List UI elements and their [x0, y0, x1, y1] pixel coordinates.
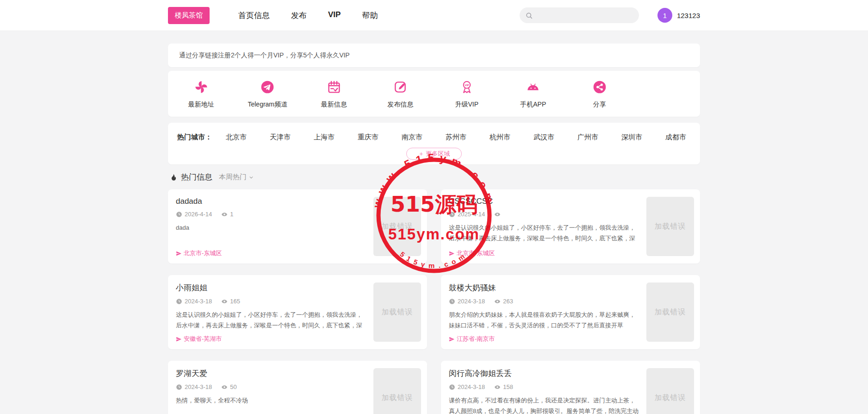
- site-logo[interactable]: 楼凤茶馆: [168, 7, 210, 24]
- quick-link-upgrade-vip[interactable]: VIP 升级VIP: [434, 80, 500, 109]
- telegram-icon: [260, 80, 275, 94]
- city-link[interactable]: 杭州市: [490, 133, 510, 142]
- vip-medal-icon: VIP: [459, 80, 474, 94]
- listing-grid: dadada 2026-4-14 1 dada 北京市-东城区 加载错误 CSC…: [168, 189, 700, 414]
- search-bar[interactable]: [520, 7, 639, 23]
- eye-icon: [494, 211, 501, 218]
- listing-card[interactable]: 罗湖天爱 2024-3-18 50 热情，爱聊天，全程不冷场 广东省-深圳市 加…: [168, 361, 427, 414]
- chevron-down-icon: [248, 174, 254, 181]
- paper-plane-icon: [449, 251, 455, 257]
- listing-excerpt: 朋友介绍的大奶妹妹，本人就是很喜欢奶子大屁股大的，草起来贼爽，妹妹口活不错，不催…: [449, 309, 639, 331]
- more-regions-button[interactable]: ＋ 更多区域: [406, 148, 462, 160]
- clock-icon: [449, 211, 455, 218]
- flame-icon: [169, 173, 177, 182]
- search-icon: [525, 12, 533, 19]
- edit-icon: [393, 80, 408, 94]
- quick-link-label: 升级VIP: [455, 100, 478, 109]
- paper-plane-icon: [449, 336, 455, 342]
- listing-thumbnail-error: 加载错误: [646, 197, 694, 256]
- listing-title: 闵行高冷御姐丢丢: [449, 368, 639, 379]
- nav-publish[interactable]: 发布: [291, 10, 307, 21]
- listing-thumbnail-error: 加载错误: [373, 368, 421, 414]
- filter-label: 本周热门: [219, 173, 247, 182]
- city-link[interactable]: 苏州市: [446, 133, 466, 142]
- listing-views: 1: [230, 211, 233, 218]
- listing-card[interactable]: dadada 2026-4-14 1 dada 北京市-东城区 加载错误: [168, 189, 427, 263]
- quick-link-latest-info[interactable]: 最新信息: [301, 80, 367, 109]
- quick-link-mobile-app[interactable]: 手机APP: [500, 80, 567, 109]
- quick-link-label: 手机APP: [520, 100, 546, 109]
- listing-excerpt: 课价有点高，不过看在有缘的份上，我还是决定探探。进门主动上茶，真人颜照8成，也是…: [449, 395, 639, 414]
- username: 123123: [677, 12, 700, 19]
- listing-card[interactable]: 小雨姐姐 2024-3-18 165 这是认识很久的小姐姐了，小区好停车，去了一…: [168, 275, 427, 349]
- quick-link-latest-address[interactable]: 最新地址: [168, 80, 235, 109]
- share-icon: [592, 80, 607, 94]
- listing-location[interactable]: 安徽省-芜湖市: [184, 335, 222, 343]
- nav-help[interactable]: 帮助: [362, 10, 378, 21]
- city-link[interactable]: 武汉市: [533, 133, 554, 142]
- listing-views: 158: [503, 383, 513, 390]
- announcement-bar: 通过分享链接注册2个人得一个月VIP，分享5个人得永久VIP: [168, 44, 700, 67]
- city-list: 北京市 天津市 上海市 重庆市 南京市 苏州市 杭州市 武汉市 广州市 深圳市 …: [226, 133, 686, 142]
- listing-location[interactable]: 北京市-东城区: [457, 249, 495, 257]
- nav-home-info[interactable]: 首页信息: [238, 10, 270, 21]
- hot-cities-bar: 热门城市： 北京市 天津市 上海市 重庆市 南京市 苏州市 杭州市 武汉市 广州…: [168, 123, 700, 164]
- pinwheel-icon: [194, 80, 209, 94]
- android-icon: [526, 80, 540, 94]
- listing-location[interactable]: 江苏省-南京市: [457, 335, 495, 343]
- paper-plane-icon: [176, 336, 182, 342]
- listing-card[interactable]: 闵行高冷御姐丢丢 2024-3-18 158 课价有点高，不过看在有缘的份上，我…: [441, 361, 700, 414]
- listing-excerpt: dada: [176, 222, 366, 233]
- listing-title: CSCSCCSC: [449, 197, 639, 206]
- clock-icon: [176, 298, 182, 305]
- quick-link-publish-info[interactable]: 发布信息: [367, 80, 434, 109]
- user-menu[interactable]: 1 123123: [657, 8, 700, 23]
- listing-thumbnail-error: 加载错误: [373, 197, 421, 256]
- eye-icon: [494, 384, 501, 390]
- listing-views: 165: [230, 298, 240, 305]
- listing-excerpt: 热情，爱聊天，全程不冷场: [176, 395, 366, 406]
- listing-card[interactable]: CSCSCCSC 2025-4-14 这是认识很久的小姐姐了，小区好停车，去了一…: [441, 189, 700, 263]
- listing-title: dadada: [176, 197, 366, 206]
- main-content: 通过分享链接注册2个人得一个月VIP，分享5个人得永久VIP 最新地址 Tele…: [168, 31, 700, 414]
- listing-card[interactable]: 鼓楼大奶骚妹 2024-3-18 263 朋友介绍的大奶妹妹，本人就是很喜欢奶子…: [441, 275, 700, 349]
- eye-icon: [221, 298, 228, 305]
- nav-vip[interactable]: VIP: [328, 10, 341, 21]
- announcement-text: 通过分享链接注册2个人得一个月VIP，分享5个人得永久VIP: [179, 51, 350, 60]
- clock-icon: [449, 298, 455, 305]
- city-link[interactable]: 北京市: [226, 133, 247, 142]
- listing-title: 鼓楼大奶骚妹: [449, 282, 639, 293]
- listing-thumbnail-error: 加载错误: [646, 282, 694, 342]
- eye-icon: [494, 298, 501, 305]
- listing-excerpt: 这是认识很久的小姐姐了，小区好停车，去了一个拥抱，领我去洗澡，后水中潇，再去床上…: [449, 222, 639, 244]
- listing-date: 2024-3-18: [458, 298, 485, 305]
- search-input[interactable]: [536, 11, 633, 19]
- city-link[interactable]: 南京市: [402, 133, 422, 142]
- quick-link-telegram[interactable]: Telegram频道: [235, 80, 301, 109]
- listing-thumbnail-error: 加载错误: [646, 368, 694, 414]
- listing-date: 2026-4-14: [185, 211, 212, 218]
- city-link[interactable]: 成都市: [665, 133, 686, 142]
- city-link[interactable]: 重庆市: [358, 133, 378, 142]
- quick-link-label: 分享: [593, 100, 606, 109]
- header: 楼凤茶馆 首页信息 发布 VIP 帮助 1 123123: [0, 0, 868, 31]
- quick-link-share[interactable]: 分享: [566, 80, 633, 109]
- listing-date: 2024-3-18: [185, 298, 212, 305]
- hot-info-header: 热门信息 本周热门: [169, 172, 699, 182]
- city-link[interactable]: 上海市: [314, 133, 335, 142]
- city-link[interactable]: 天津市: [270, 133, 291, 142]
- calendar-check-icon: [327, 80, 341, 94]
- hot-cities-label: 热门城市：: [177, 133, 212, 142]
- avatar[interactable]: 1: [657, 8, 672, 23]
- city-link[interactable]: 广州市: [577, 133, 598, 142]
- listing-title: 小雨姐姐: [176, 282, 366, 293]
- quick-link-label: 发布信息: [387, 100, 413, 109]
- svg-text:VIP: VIP: [465, 84, 469, 87]
- listing-location[interactable]: 北京市-东城区: [184, 249, 222, 257]
- clock-icon: [449, 384, 455, 390]
- listing-date: 2025-4-14: [458, 211, 485, 218]
- section-title: 热门信息: [181, 172, 212, 182]
- city-link[interactable]: 深圳市: [621, 133, 642, 142]
- filter-dropdown[interactable]: 本周热门: [219, 173, 254, 182]
- quick-link-label: 最新信息: [321, 100, 347, 109]
